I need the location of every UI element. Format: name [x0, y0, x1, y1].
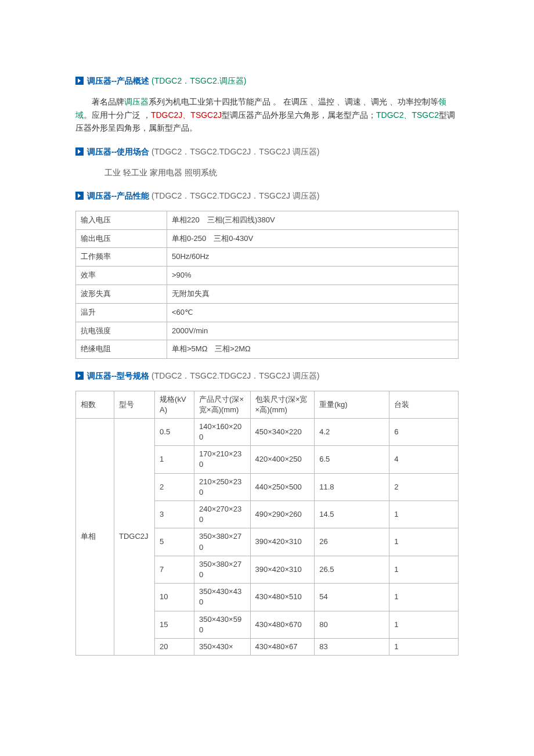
spec-kva-cell: 2 [155, 473, 194, 501]
usage-line: 工业 轻工业 家用电器 照明系统 [104, 166, 459, 179]
perf-key: 输出电压 [76, 229, 167, 248]
perf-val: 无附加失真 [167, 285, 459, 303]
spec-weight-cell: 4.2 [315, 418, 389, 445]
spec-row: 单相TDGC2J0.5140×160×200450×340×2204.26 [76, 418, 459, 445]
spec-pack-cell: 1 [389, 556, 459, 583]
spec-bsize-cell: 490×290×260 [250, 501, 315, 528]
perf-row: 效率>90% [76, 267, 459, 285]
section-head-overview: 调压器--产品概述 (TDGC2．TSGC2.调压器) [75, 74, 459, 87]
overview-title-blue: 调压器--产品概述 [87, 76, 149, 85]
perf-row: 输出电压单相0-250 三相0-430V [76, 229, 459, 248]
spec-pack-cell: 1 [389, 584, 459, 611]
section-head-spec: 调压器--型号规格 (TDGC2．TSGC2.TDGC2J．TSGC2J 调压器… [75, 369, 459, 382]
spec-bsize-cell: 390×420×310 [250, 556, 315, 583]
spec-weight-cell: 6.5 [315, 446, 389, 473]
perf-key: 温升 [76, 303, 167, 322]
spec-title-blue: 调压器--型号规格 [87, 371, 149, 380]
overview-text: 系列为机电工业第十四批节能产品 。 在调压 、温控 、调速 、调光 、功率控制等 [149, 97, 438, 106]
arrow-icon [75, 147, 84, 156]
perf-val: 2000V/min [167, 322, 459, 340]
section-head-perf: 调压器--产品性能 (TDGC2．TSGC2.TDGC2J．TSGC2J 调压器… [75, 189, 459, 202]
spec-table: 相数 型号 规格(kVA) 产品尺寸(深×宽×高)(mm) 包装尺寸(深×宽×高… [75, 391, 459, 656]
spec-psize-cell: 170×210×230 [194, 446, 250, 473]
spec-kva-cell: 3 [155, 501, 194, 528]
spec-phase-cell: 单相 [76, 418, 114, 655]
spec-pack-cell: 4 [389, 446, 459, 473]
spec-weight-cell: 14.5 [315, 501, 389, 528]
spec-psize-cell: 140×160×200 [194, 418, 250, 445]
spec-kva-cell: 7 [155, 556, 194, 583]
spec-kva-cell: 10 [155, 584, 194, 611]
spec-kva-cell: 5 [155, 528, 194, 556]
spec-bsize-cell: 420×400×250 [250, 446, 315, 473]
usage-title-blue: 调压器--使用场合 [87, 147, 149, 156]
spec-pack-cell: 6 [389, 418, 459, 445]
spec-psize-cell: 240×270×230 [194, 501, 250, 528]
perf-row: 工作频率50Hz/60Hz [76, 248, 459, 267]
arrow-icon [75, 372, 84, 380]
overview-title-suffix: (TDGC2．TSGC2.调压器) [151, 76, 246, 85]
perf-title-suffix: (TDGC2．TSGC2.TDGC2J．TSGC2J 调压器) [151, 191, 319, 200]
perf-row: 温升<60℃ [76, 303, 459, 322]
spec-psize-cell: 350×430×430 [194, 584, 250, 611]
section-head-usage: 调压器--使用场合 (TDGC2．TSGC2.TDGC2J．TSGC2J 调压器… [75, 145, 459, 158]
spec-weight-cell: 54 [315, 584, 389, 611]
spec-bsize-cell: 430×480×510 [250, 584, 315, 611]
spec-h-psize: 产品尺寸(深×宽×高)(mm) [194, 391, 250, 418]
spec-weight-cell: 83 [315, 638, 389, 655]
spec-kva-cell: 15 [155, 611, 194, 638]
perf-title-blue: 调压器--产品性能 [87, 191, 149, 200]
perf-row: 波形失真无附加失真 [76, 285, 459, 303]
perf-val: 单相>5MΩ 三相>2MΩ [167, 340, 459, 359]
spec-h-phase: 相数 [76, 391, 114, 418]
spec-pack-cell: 1 [389, 638, 459, 655]
spec-psize-cell: 350×430× [194, 638, 250, 655]
perf-key: 输入电压 [76, 211, 167, 229]
spec-h-kva: 规格(kVA) [155, 391, 194, 418]
perf-row: 抗电强度2000V/min [76, 322, 459, 340]
overview-green1: 调压器 [124, 97, 149, 106]
spec-h-weight: 重量(kg) [315, 391, 389, 418]
performance-table: 输入电压单相220 三相(三相四线)380V输出电压单相0-250 三相0-43… [75, 211, 459, 359]
perf-val: 单相220 三相(三相四线)380V [167, 211, 459, 229]
usage-title-suffix: (TDGC2．TSGC2.TDGC2J．TSGC2J 调压器) [151, 147, 319, 156]
overview-green3: TDGC2、TSGC2 [376, 110, 439, 120]
overview-text: 。应用十分广泛 ， [84, 110, 151, 120]
spec-h-bsize: 包装尺寸(深×宽×高)(mm) [250, 391, 315, 418]
arrow-icon [75, 77, 84, 85]
overview-red: TDGC2J、TSGC2J [151, 110, 222, 120]
spec-kva-cell: 20 [155, 638, 194, 655]
perf-val: 单相0-250 三相0-430V [167, 229, 459, 248]
perf-val: 50Hz/60Hz [167, 248, 459, 267]
spec-psize-cell: 350×430×590 [194, 611, 250, 638]
perf-key: 效率 [76, 267, 167, 285]
spec-bsize-cell: 390×420×310 [250, 528, 315, 556]
spec-model-cell: TDGC2J [114, 418, 155, 655]
spec-title-suffix: (TDGC2．TSGC2.TDGC2J．TSGC2J 调压器) [151, 371, 319, 380]
arrow-icon [75, 192, 84, 200]
overview-paragraph: 著名品牌调压器系列为机电工业第十四批节能产品 。 在调压 、温控 、调速 、调光… [75, 95, 459, 134]
spec-kva-cell: 1 [155, 446, 194, 473]
spec-weight-cell: 26.5 [315, 556, 389, 583]
spec-bsize-cell: 440×250×500 [250, 473, 315, 501]
spec-pack-cell: 1 [389, 501, 459, 528]
perf-key: 抗电强度 [76, 322, 167, 340]
spec-psize-cell: 210×250×230 [194, 473, 250, 501]
spec-psize-cell: 350×380×270 [194, 556, 250, 583]
spec-bsize-cell: 430×480×67 [250, 638, 315, 655]
spec-weight-cell: 80 [315, 611, 389, 638]
overview-text: 著名品牌 [92, 97, 124, 106]
perf-val: >90% [167, 267, 459, 285]
spec-bsize-cell: 450×340×220 [250, 418, 315, 445]
spec-h-model: 型号 [114, 391, 155, 418]
perf-val: <60℃ [167, 303, 459, 322]
perf-key: 工作频率 [76, 248, 167, 267]
spec-bsize-cell: 430×480×670 [250, 611, 315, 638]
spec-pack-cell: 2 [389, 473, 459, 501]
perf-row: 输入电压单相220 三相(三相四线)380V [76, 211, 459, 229]
spec-psize-cell: 350×380×270 [194, 528, 250, 556]
spec-weight-cell: 11.8 [315, 473, 389, 501]
overview-text: 型调压器产品外形呈六角形，属老型产品； [222, 110, 376, 120]
spec-header-row: 相数 型号 规格(kVA) 产品尺寸(深×宽×高)(mm) 包装尺寸(深×宽×高… [76, 391, 459, 418]
perf-key: 波形失真 [76, 285, 167, 303]
